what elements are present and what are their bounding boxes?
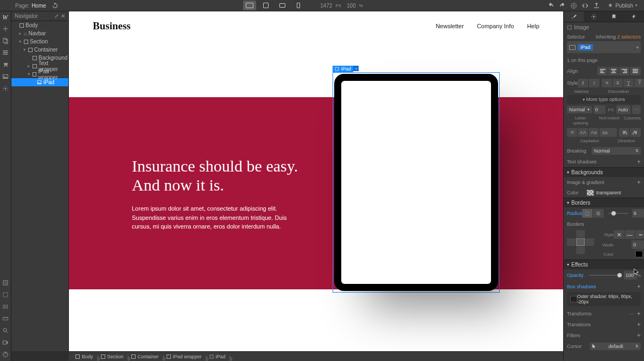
ipad-element[interactable] bbox=[334, 74, 498, 291]
tree-row-ipad-wrapper[interactable]: ▾iPad wrapper bbox=[11, 70, 68, 78]
pages-icon[interactable] bbox=[2, 37, 9, 44]
font-weight-select[interactable]: Normal▾ bbox=[567, 106, 592, 113]
audit-icon[interactable] bbox=[2, 280, 9, 286]
redo-icon[interactable] bbox=[559, 2, 566, 9]
menu-company[interactable]: Company Info bbox=[477, 23, 514, 29]
text-indent-input[interactable] bbox=[616, 105, 630, 114]
ipad-selection[interactable]: iPad bbox=[333, 66, 500, 293]
align-buttons[interactable] bbox=[597, 67, 641, 75]
svg-rect-1 bbox=[3, 39, 7, 43]
border-width-input[interactable] bbox=[632, 240, 644, 249]
opacity-input[interactable] bbox=[624, 271, 637, 280]
help-icon[interactable] bbox=[2, 351, 9, 358]
code-icon[interactable] bbox=[582, 2, 589, 9]
add-filter-button[interactable]: + bbox=[637, 332, 641, 339]
radius-mode-buttons[interactable]: ▢⊞ bbox=[582, 209, 604, 218]
tree-row-navbar[interactable]: ▸⌂Navbar bbox=[11, 29, 68, 37]
crumb-container[interactable]: Container bbox=[128, 354, 163, 359]
page-name[interactable]: Home bbox=[31, 3, 46, 9]
menu-help[interactable]: Help bbox=[527, 23, 539, 29]
assets-icon[interactable] bbox=[2, 73, 9, 80]
device-mobile-button[interactable] bbox=[292, 1, 305, 10]
capitalize-buttons[interactable]: ✕AAAaaa bbox=[567, 128, 617, 137]
canvas-zoom-unit: % bbox=[359, 3, 363, 8]
crumb-ipad-wrapper[interactable]: iPad wrapper bbox=[163, 354, 206, 359]
selection-badge[interactable]: iPad bbox=[333, 66, 353, 72]
image-icon bbox=[567, 25, 572, 30]
add-text-shadow-button[interactable]: + bbox=[637, 158, 641, 166]
style-tab-brush[interactable] bbox=[564, 11, 584, 22]
more-type-options[interactable]: ▾ More type options bbox=[567, 95, 641, 104]
webflow-logo-icon[interactable]: W bbox=[2, 14, 9, 20]
publish-button[interactable]: Publish ▾ bbox=[604, 2, 641, 10]
settings-icon[interactable] bbox=[2, 85, 9, 92]
direction-buttons[interactable] bbox=[619, 128, 641, 137]
video-icon[interactable] bbox=[2, 339, 9, 346]
bg-color-value[interactable]: transparent bbox=[596, 190, 621, 195]
device-tablet-landscape-button[interactable] bbox=[276, 1, 289, 10]
tree-row-container[interactable]: ▾Container bbox=[11, 46, 68, 54]
ecommerce-icon[interactable] bbox=[2, 61, 9, 68]
globe-icon[interactable] bbox=[570, 2, 577, 9]
canvas-zoom[interactable]: 100 bbox=[347, 3, 356, 9]
borders-section[interactable]: ▾Borders bbox=[564, 198, 644, 207]
crumb-section[interactable]: Section bbox=[98, 354, 128, 359]
letter-spacing-input[interactable] bbox=[594, 105, 605, 114]
cursor-select[interactable]: default⇅ bbox=[590, 343, 641, 350]
border-style-buttons[interactable]: ✕—┅⋯ bbox=[614, 230, 644, 239]
search-icon[interactable] bbox=[2, 327, 9, 334]
shadow-swatch bbox=[570, 296, 577, 302]
decoration-buttons[interactable]: ✕ T T T bbox=[602, 79, 644, 87]
collapse-icon[interactable]: ⤢ bbox=[54, 13, 59, 19]
reload-icon[interactable] bbox=[52, 2, 59, 9]
grid-icon[interactable] bbox=[2, 303, 9, 310]
style-tab-interactions[interactable] bbox=[624, 11, 644, 22]
crumb-body[interactable]: Body bbox=[72, 354, 98, 359]
device-desktop-button[interactable] bbox=[243, 1, 256, 10]
selector-chip[interactable]: iPad bbox=[578, 44, 593, 50]
navigator-panel: Navigator ⤢ ✕ Body ▸⌂Navbar ▾Section ▾Co… bbox=[11, 11, 69, 351]
add-transition-button[interactable]: + bbox=[637, 321, 641, 328]
marquee-icon[interactable] bbox=[2, 292, 9, 298]
border-side-picker[interactable] bbox=[567, 230, 594, 257]
cms-icon[interactable] bbox=[2, 49, 9, 56]
svg-point-3 bbox=[4, 75, 5, 77]
bg-color-swatch[interactable] bbox=[586, 189, 594, 196]
image-icon bbox=[335, 67, 339, 71]
sub-italicize: Italicize bbox=[567, 89, 596, 94]
style-tab-manager[interactable] bbox=[604, 11, 624, 22]
borders-sub-label: Borders bbox=[564, 219, 644, 229]
canvas[interactable]: Business Newsletter Company Info Help In… bbox=[69, 11, 563, 351]
backgrounds-section[interactable]: ▾Backgrounds bbox=[564, 167, 644, 177]
top-toolbar: Page: Home 1472 PX 100 % Publish ▾ bbox=[0, 0, 644, 11]
opacity-slider[interactable] bbox=[589, 275, 622, 276]
undo-icon[interactable] bbox=[547, 2, 554, 9]
close-icon[interactable]: ✕ bbox=[61, 13, 65, 19]
ruler-icon[interactable] bbox=[2, 315, 9, 322]
selection-settings-button[interactable] bbox=[353, 66, 359, 71]
border-color-swatch[interactable] bbox=[635, 251, 643, 257]
selector-input[interactable]: iPad ▾ bbox=[567, 41, 641, 53]
device-tablet-button[interactable] bbox=[259, 1, 272, 10]
export-icon[interactable] bbox=[593, 2, 600, 9]
breaking-select[interactable]: Normal⇅ bbox=[592, 147, 641, 155]
inheriting-text[interactable]: Inheriting 2 selectors bbox=[596, 34, 641, 40]
style-tab-settings[interactable] bbox=[584, 11, 604, 22]
effects-section[interactable]: ▾Effects bbox=[564, 259, 644, 269]
menu-newsletter[interactable]: Newsletter bbox=[436, 23, 464, 29]
add-icon[interactable] bbox=[2, 26, 9, 32]
add-transform-button[interactable]: + bbox=[637, 310, 641, 318]
radius-slider[interactable] bbox=[608, 213, 628, 214]
tree-row-body[interactable]: Body bbox=[11, 21, 68, 29]
columns-button[interactable]: ⋯ bbox=[632, 105, 641, 114]
navigator-title: Navigator bbox=[15, 13, 38, 19]
transforms-more[interactable]: ⋯ bbox=[629, 312, 634, 317]
add-bg-button[interactable]: + bbox=[637, 179, 641, 186]
box-shadow-item[interactable]: Outer shadow: 69px, 80px, -20px bbox=[567, 292, 641, 306]
tree-row-section[interactable]: ▾Section bbox=[11, 37, 68, 46]
crumb-ipad[interactable]: iPad bbox=[206, 354, 230, 359]
italic-buttons[interactable]: I I bbox=[578, 79, 600, 87]
add-box-shadow-button[interactable]: + bbox=[637, 283, 641, 290]
canvas-width[interactable]: 1472 bbox=[320, 3, 332, 9]
radius-input[interactable] bbox=[632, 209, 644, 218]
